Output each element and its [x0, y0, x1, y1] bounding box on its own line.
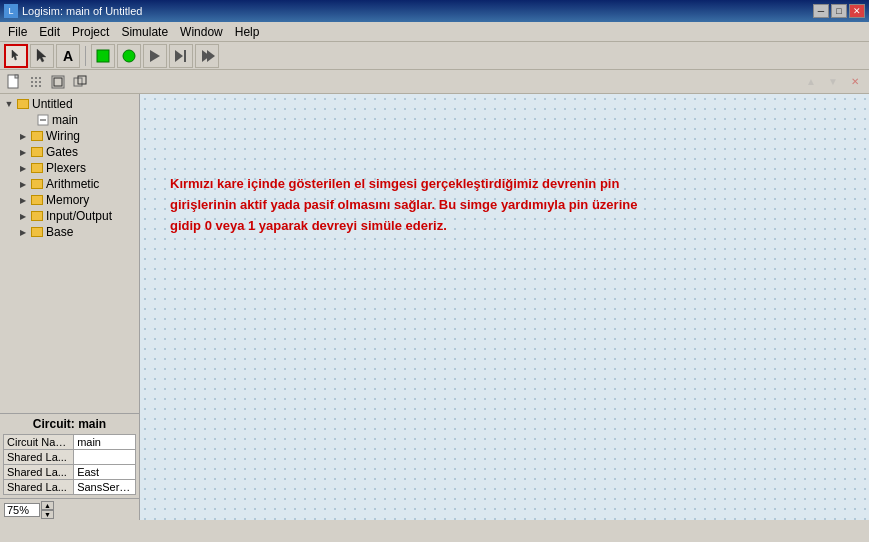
svg-point-11 [39, 77, 41, 79]
folder-icon-base [30, 225, 44, 239]
nav-up-button[interactable]: ▲ [801, 72, 821, 92]
menu-project[interactable]: Project [66, 23, 115, 41]
zoom-bar: ▲ ▼ [0, 498, 139, 520]
tree-item-base[interactable]: ▶ Base [0, 224, 139, 240]
menu-bar: File Edit Project Simulate Window Help [0, 22, 869, 42]
menu-simulate[interactable]: Simulate [115, 23, 174, 41]
prop-value-circuit-name[interactable]: main [74, 435, 136, 450]
zoom-input[interactable] [4, 503, 40, 517]
window-controls: ─ □ ✕ [813, 4, 865, 18]
delete-button[interactable]: ✕ [845, 72, 865, 92]
down-arrow-icon: ▼ [828, 76, 838, 87]
prop-label-shared2: Shared La... [4, 465, 74, 480]
menu-edit[interactable]: Edit [33, 23, 66, 41]
svg-point-14 [39, 81, 41, 83]
root-folder-icon [16, 97, 30, 111]
sim-tick-icon [199, 48, 215, 64]
tree-item-memory[interactable]: ▶ Memory [0, 192, 139, 208]
prop-row-shared2: Shared La... East [4, 465, 136, 480]
zoom-box-button[interactable] [70, 72, 90, 92]
minimize-button[interactable]: ─ [813, 4, 829, 18]
prop-value-shared3[interactable]: SansSerif ... [74, 480, 136, 495]
menu-help[interactable]: Help [229, 23, 266, 41]
sim-step-icon [173, 48, 189, 64]
toggle-grid-button[interactable] [26, 72, 46, 92]
plexers-expander: ▶ [16, 161, 30, 175]
folder-icon-wiring [30, 129, 44, 143]
tree-area: ▼ Untitled main ▶ Wiring [0, 94, 139, 413]
grid-icon [28, 74, 44, 90]
tree-item-arithmetic[interactable]: ▶ Arithmetic [0, 176, 139, 192]
prop-value-shared2[interactable]: East [74, 465, 136, 480]
poke-tool-button[interactable] [4, 44, 28, 68]
arithmetic-expander: ▶ [16, 177, 30, 191]
new-circuit-button[interactable] [4, 72, 24, 92]
up-arrow-icon: ▲ [806, 76, 816, 87]
toolbar2: ▲ ▼ ✕ [0, 70, 869, 94]
select-icon [34, 48, 50, 64]
delete-x-icon: ✕ [851, 76, 859, 87]
tree-item-wiring[interactable]: ▶ Wiring [0, 128, 139, 144]
properties-table: Circuit Name main Shared La... Shared La… [3, 434, 136, 495]
main-content: ▼ Untitled main ▶ Wiring [0, 94, 869, 520]
prop-row-shared1: Shared La... [4, 450, 136, 465]
gates-expander: ▶ [16, 145, 30, 159]
zoom-spinner: ▲ ▼ [41, 501, 54, 519]
svg-marker-3 [175, 50, 183, 62]
select-tool-button[interactable] [30, 44, 54, 68]
close-button[interactable]: ✕ [849, 4, 865, 18]
canvas-description-text: Kırmızı kare içinde gösterilen el simges… [170, 174, 637, 236]
tree-item-inputoutput[interactable]: ▶ Input/Output [0, 208, 139, 224]
sim-run-button[interactable] [143, 44, 167, 68]
title-bar-left: L Logisim: main of Untitled [4, 4, 142, 18]
tree-plexers-label: Plexers [46, 161, 86, 175]
svg-marker-6 [207, 50, 215, 62]
menu-file[interactable]: File [2, 23, 33, 41]
prop-row-shared3: Shared La... SansSerif ... [4, 480, 136, 495]
svg-rect-0 [97, 50, 109, 62]
sim-step-button[interactable] [169, 44, 193, 68]
prop-label-circuit-name: Circuit Name [4, 435, 74, 450]
folder-icon-gates [30, 145, 44, 159]
tree-main-label: main [52, 113, 78, 127]
canvas-area[interactable]: Kırmızı kare içinde gösterilen el simges… [140, 94, 869, 520]
menu-window[interactable]: Window [174, 23, 229, 41]
add-input-icon [95, 48, 111, 64]
properties-title: Circuit: main [3, 417, 136, 431]
maximize-button[interactable]: □ [831, 4, 847, 18]
tree-item-gates[interactable]: ▶ Gates [0, 144, 139, 160]
io-expander: ▶ [16, 209, 30, 223]
tree-gates-label: Gates [46, 145, 78, 159]
zoom-fit-button[interactable] [48, 72, 68, 92]
tree-item-plexers[interactable]: ▶ Plexers [0, 160, 139, 176]
tree-base-label: Base [46, 225, 73, 239]
folder-icon-plexers [30, 161, 44, 175]
add-output-button[interactable] [117, 44, 141, 68]
svg-point-9 [31, 77, 33, 79]
prop-label-shared1: Shared La... [4, 450, 74, 465]
svg-rect-4 [184, 50, 186, 62]
tree-arithmetic-label: Arithmetic [46, 177, 99, 191]
add-input-button[interactable] [91, 44, 115, 68]
tree-wiring-label: Wiring [46, 129, 80, 143]
svg-marker-2 [150, 50, 160, 62]
zoom-box-icon [72, 74, 88, 90]
svg-rect-8 [15, 75, 18, 78]
sim-tick-button[interactable] [195, 44, 219, 68]
text-tool-button[interactable]: A [56, 44, 80, 68]
circuit-icon-main [36, 113, 50, 127]
properties-panel: Circuit: main Circuit Name main Shared L… [0, 413, 139, 498]
memory-expander: ▶ [16, 193, 30, 207]
wiring-expander: ▶ [16, 129, 30, 143]
tree-root[interactable]: ▼ Untitled [0, 96, 139, 112]
folder-icon-memory [30, 193, 44, 207]
prop-value-shared1[interactable] [74, 450, 136, 465]
separator-1 [85, 46, 86, 66]
tree-item-main[interactable]: main [0, 112, 139, 128]
text-tool-icon: A [63, 48, 73, 64]
root-expander: ▼ [2, 97, 16, 111]
zoom-up-button[interactable]: ▲ [41, 501, 54, 510]
zoom-down-button[interactable]: ▼ [41, 510, 54, 519]
nav-down-button[interactable]: ▼ [823, 72, 843, 92]
toolbar: A [0, 42, 869, 70]
